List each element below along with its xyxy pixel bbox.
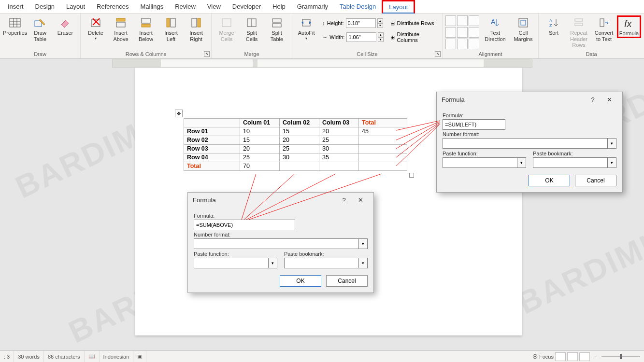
cancel-button[interactable]: Cancel [326, 275, 368, 287]
formula-dialog-left: Formula ? ✕ Formula: =SUM(LEFT) Number f… [436, 92, 623, 193]
table-row[interactable]: Total70 [184, 162, 407, 171]
status-focus[interactable]: Focus [539, 354, 554, 360]
dialog-title: Formula [193, 196, 216, 204]
tab-table-design[interactable]: Table Design [334, 1, 382, 12]
tab-table-layout[interactable]: Layout [382, 0, 415, 14]
help-button[interactable]: ? [336, 196, 352, 204]
view-web-button[interactable] [579, 352, 590, 361]
convert-to-text-button[interactable]: Convert to Text [592, 15, 616, 43]
close-button[interactable]: ✕ [352, 196, 369, 204]
dropdown-icon[interactable]: ▾ [359, 258, 368, 268]
sort-button[interactable]: AZ Sort [542, 15, 566, 37]
spin-down[interactable]: ▾ [378, 37, 384, 42]
paste-bookmark-combo[interactable] [284, 258, 359, 268]
formula-input[interactable]: =SUM(ABOVE) [194, 220, 295, 230]
align-mr[interactable] [469, 27, 479, 38]
number-format-combo[interactable] [194, 238, 359, 249]
spin-down[interactable]: ▾ [377, 23, 383, 28]
paste-bookmark-combo[interactable] [533, 157, 608, 168]
table-row[interactable]: Row 0110152045 [184, 127, 407, 136]
tab-design[interactable]: Design [29, 1, 60, 12]
cancel-button[interactable]: Cancel [575, 175, 616, 186]
dropdown-icon[interactable]: ▾ [608, 157, 616, 168]
zoom-slider[interactable] [601, 356, 640, 357]
split-cells-button[interactable]: Split Cells [240, 15, 264, 43]
align-tl[interactable] [445, 15, 456, 26]
insert-right-button[interactable]: Insert Right [184, 15, 208, 43]
text-direction-button[interactable]: A Text Direction [483, 15, 507, 43]
draw-table-button[interactable]: Draw Table [28, 15, 52, 43]
status-language[interactable]: Indonesian [100, 351, 134, 362]
distribute-rows-button[interactable]: ⊟Distribute Rows [388, 17, 439, 29]
spin-up[interactable]: ▴ [377, 18, 383, 23]
autofit-button[interactable]: AutoFit▾ [295, 15, 317, 42]
paste-function-combo[interactable] [443, 157, 517, 168]
help-button[interactable]: ? [585, 96, 601, 103]
dropdown-icon[interactable]: ▾ [359, 238, 368, 249]
align-tc[interactable] [457, 15, 468, 26]
spin-up[interactable]: ▴ [378, 32, 384, 37]
zoom-out-button[interactable]: − [591, 354, 600, 360]
insert-above-button[interactable]: Insert Above [109, 15, 133, 43]
table-row[interactable]: Colum 01 Colum 02 Colum 03 Total [184, 119, 407, 127]
close-button[interactable]: ✕ [601, 96, 617, 103]
width-field[interactable]: 1.06" [346, 32, 376, 42]
paste-function-combo[interactable] [194, 258, 269, 268]
distribute-cols-button[interactable]: ⊞Distribute Columns [388, 31, 439, 43]
status-macro[interactable]: ▣ [133, 351, 146, 362]
align-ml[interactable] [445, 27, 456, 38]
dropdown-icon[interactable]: ▾ [608, 138, 616, 149]
ok-button[interactable]: OK [529, 175, 570, 186]
align-bc[interactable] [457, 39, 468, 49]
status-spellcheck[interactable]: 📖 [85, 351, 100, 362]
table-row[interactable]: Row 02152025 [184, 136, 407, 145]
view-read-button[interactable] [555, 352, 566, 361]
group-label: Rows & Columns [84, 50, 208, 58]
formula-icon: fx [622, 17, 636, 29]
status-chars[interactable]: 86 characters [44, 351, 85, 362]
table-row[interactable]: Row 03202530 [184, 145, 407, 153]
ok-button[interactable]: OK [280, 275, 321, 287]
status-page[interactable]: : 3 [0, 351, 14, 362]
properties-button[interactable]: Properties [3, 15, 27, 37]
tab-layout-page[interactable]: Layout [60, 1, 91, 12]
group-merge: Merge Cells Split Cells Split Table Merg… [212, 14, 292, 58]
tab-help[interactable]: Help [267, 1, 291, 12]
formula-button[interactable]: fx Formula [617, 15, 641, 38]
macro-icon: ▣ [137, 353, 142, 360]
tab-developer[interactable]: Developer [227, 1, 267, 12]
insert-below-button[interactable]: Insert Below [134, 15, 158, 43]
formula-input[interactable]: =SUM(LEFT) [443, 119, 505, 130]
split-table-button[interactable]: Split Table [265, 15, 289, 43]
number-format-label: Number format: [443, 131, 616, 137]
insert-left-button[interactable]: Insert Left [159, 15, 183, 43]
svg-rect-17 [222, 19, 231, 27]
status-words[interactable]: 30 words [14, 351, 44, 362]
align-tr[interactable] [469, 15, 479, 26]
table-row[interactable]: Row 04253035 [184, 153, 407, 162]
view-print-button[interactable] [567, 352, 578, 361]
table-resize-handle[interactable] [409, 173, 414, 178]
align-bl[interactable] [445, 39, 456, 49]
dropdown-icon[interactable]: ▾ [269, 258, 277, 268]
svg-rect-11 [142, 18, 150, 23]
group-alignment: A Text Direction Cell Margins Alignment [443, 14, 539, 58]
tab-insert[interactable]: Insert [2, 1, 29, 12]
dialog-launcher[interactable]: ⬊ [204, 51, 210, 57]
tab-grammarly[interactable]: Grammarly [291, 1, 334, 12]
dialog-launcher[interactable]: ⬊ [435, 51, 441, 57]
number-format-combo[interactable] [443, 138, 608, 149]
cell-margins-button[interactable]: Cell Margins [511, 15, 535, 43]
group-label: Merge [215, 50, 289, 58]
tab-mailings[interactable]: Mailings [135, 1, 170, 12]
tab-references[interactable]: References [91, 1, 134, 12]
align-br[interactable] [469, 39, 479, 49]
tab-view[interactable]: View [201, 1, 227, 12]
delete-button[interactable]: Delete▾ [84, 15, 108, 42]
align-mc[interactable] [457, 27, 468, 38]
tab-review[interactable]: Review [169, 1, 201, 12]
eraser-button[interactable]: Eraser [53, 15, 77, 37]
dropdown-icon[interactable]: ▾ [517, 157, 526, 168]
height-field[interactable]: 0.18" [346, 18, 376, 28]
table-move-handle[interactable]: ✥ [175, 110, 183, 117]
